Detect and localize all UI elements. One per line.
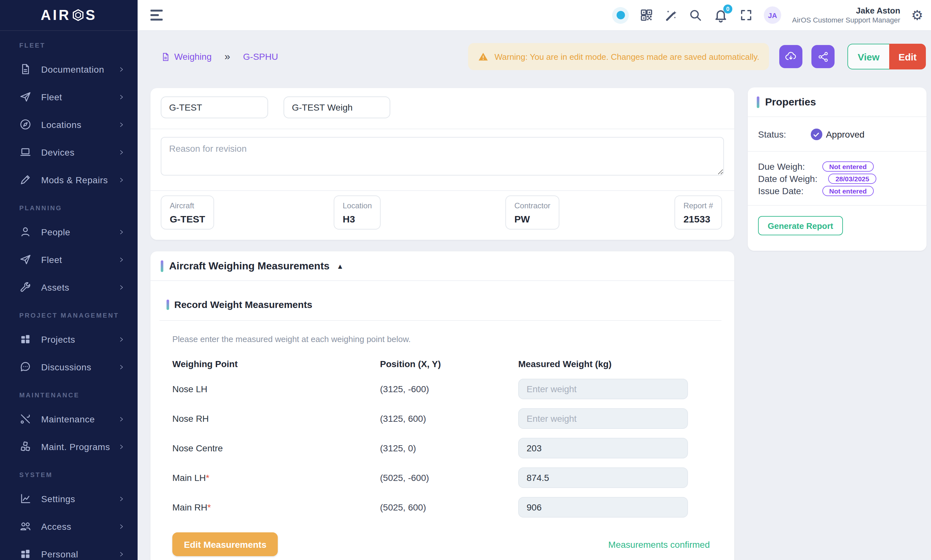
weighing-point-label: Nose Centre [172, 443, 223, 453]
user-info[interactable]: Jake Aston AirOS Customer Support Manage… [792, 5, 900, 25]
sidebar-item-label: Personal [41, 549, 118, 559]
breadcrumb-separator: » [225, 51, 230, 62]
chevron-right-icon [118, 523, 125, 529]
share-button[interactable] [811, 45, 834, 68]
property-row: Date of Weigh: 28/03/2025 [758, 173, 916, 185]
logo-text-suffix: S [86, 7, 97, 23]
info-label: Aircraft [170, 201, 205, 210]
chevron-right-icon [118, 229, 125, 235]
sidebar-item-label: Fleet [41, 92, 118, 102]
weight-input-nose-lh[interactable] [518, 379, 688, 399]
position-value: (5025, -600) [380, 472, 518, 483]
share-icon [817, 51, 829, 63]
fullscreen-icon[interactable] [739, 8, 753, 22]
sidebar-item-documentation[interactable]: Documentation [0, 55, 138, 83]
section-header[interactable]: Aircraft Weighing Measurements ▲ [151, 251, 734, 272]
sidebar-item-assets[interactable]: Assets [0, 273, 138, 301]
sidebar-item-people[interactable]: People [0, 218, 138, 246]
sidebar-item-settings[interactable]: Settings [0, 485, 138, 512]
reason-for-revision-textarea[interactable] [161, 137, 724, 175]
search-icon[interactable] [689, 8, 702, 22]
generate-report-button[interactable]: Generate Report [758, 216, 843, 235]
info-value: PW [514, 214, 550, 225]
gear-icon[interactable]: ⚙ [911, 8, 923, 22]
tools-icon [19, 413, 31, 425]
download-report-button[interactable] [779, 45, 802, 68]
chevron-right-icon [118, 443, 125, 450]
status-value: Approved [826, 129, 865, 140]
weight-input-nose-rh[interactable] [518, 408, 688, 429]
subsection-title: Record Weight Measurements [174, 299, 312, 310]
chart-line-icon [19, 492, 31, 505]
collapse-indicator-icon[interactable]: ▲ [337, 262, 344, 270]
table-row: Main RH* (5025, 600) [151, 492, 734, 522]
sidebar-section-planning: PLANNING [0, 194, 138, 218]
sidebar-item-access[interactable]: Access [0, 512, 138, 540]
column-header: Weighing Point [151, 359, 380, 369]
sidebar-item-label: Settings [41, 494, 118, 504]
pencil-icon [19, 174, 31, 186]
breadcrumb-row: Weighing » G-SPHU Warning: You are in ed… [138, 42, 931, 71]
sidebar-item-fleet[interactable]: Fleet [0, 83, 138, 111]
sidebar-item-label: People [41, 227, 118, 237]
sidebar-item-projects[interactable]: Projects [0, 325, 138, 353]
main-content: Weighing » G-SPHU Warning: You are in ed… [138, 30, 931, 560]
chevron-right-icon [118, 336, 125, 342]
weight-input-main-lh[interactable] [518, 468, 688, 488]
edit-button[interactable]: Edit [889, 44, 926, 69]
divider [160, 320, 722, 321]
column-header: Measured Weight (kg) [518, 359, 688, 369]
sidebar-item-discussions[interactable]: Discussions [0, 353, 138, 381]
position-value: (3125, 0) [380, 443, 518, 453]
airos-logo[interactable]: AIR S [40, 7, 97, 23]
sidebar-item-label: Mods & Repairs [41, 175, 118, 185]
chevron-right-icon [118, 256, 125, 263]
table-row: Nose RH (3125, 600) [151, 404, 734, 433]
weight-input-main-rh[interactable] [518, 497, 688, 518]
sidebar-item-maint-programs[interactable]: Maint. Programs [0, 433, 138, 460]
dashboard-grid-icon [19, 333, 31, 345]
sidebar-item-mods-repairs[interactable]: Mods & Repairs [0, 166, 138, 194]
person-icon [19, 226, 31, 238]
hamburger-menu-icon[interactable] [151, 10, 163, 21]
sidebar-item-label: Assets [41, 282, 118, 292]
sidebar-item-label: Discussions [41, 362, 118, 372]
report-number-info-box: Report # 21533 [674, 195, 722, 229]
edit-measurements-button[interactable]: Edit Measurements [172, 532, 278, 556]
sidebar: AIR S FLEET Documentation Fleet Location… [0, 0, 138, 560]
status-label: Status: [758, 129, 786, 140]
avatar[interactable]: JA [764, 6, 781, 24]
sidebar-item-devices[interactable]: Devices [0, 138, 138, 166]
breadcrumb-section[interactable]: Weighing [174, 51, 212, 62]
record-name-input[interactable] [283, 97, 390, 118]
section-accent-bar [166, 299, 169, 309]
sidebar-item-maintenance[interactable]: Maintenance [0, 405, 138, 433]
info-label: Report # [683, 201, 713, 210]
notifications-bell-icon[interactable]: 0 [713, 8, 728, 23]
sidebar-item-label: Fleet [41, 254, 118, 265]
breadcrumb-current[interactable]: G-SPHU [243, 51, 278, 62]
property-row: Issue Date: Not entered [758, 185, 916, 197]
sidebar-section-fleet: FLEET [0, 31, 138, 55]
registration-input[interactable] [161, 97, 268, 118]
view-button[interactable]: View [848, 44, 889, 69]
properties-title: Properties [765, 97, 816, 108]
divider [151, 190, 734, 191]
sidebar-item-fleet-planning[interactable]: Fleet [0, 246, 138, 273]
sidebar-item-label: Access [41, 521, 118, 531]
sidebar-item-personal[interactable]: Personal [0, 540, 138, 560]
sidebar-item-locations[interactable]: Locations [0, 111, 138, 138]
property-value-pill: Not entered [822, 162, 874, 172]
status-row: Status: Approved [758, 129, 916, 140]
people-group-icon [19, 520, 31, 532]
magic-wand-icon[interactable] [664, 8, 678, 22]
app-root: AIR S FLEET Documentation Fleet Location… [0, 0, 931, 560]
status-indicator-dot[interactable] [612, 7, 629, 23]
properties-panel: Properties Status: Approved Due Weigh: N… [748, 88, 926, 251]
weight-input-nose-centre[interactable] [518, 438, 688, 458]
divider [151, 280, 734, 281]
qr-code-icon[interactable] [640, 8, 653, 22]
sidebar-section-project-management: PROJECT MANAGEMENT [0, 301, 138, 325]
section-accent-bar [161, 260, 163, 272]
chevron-right-icon [118, 551, 125, 557]
